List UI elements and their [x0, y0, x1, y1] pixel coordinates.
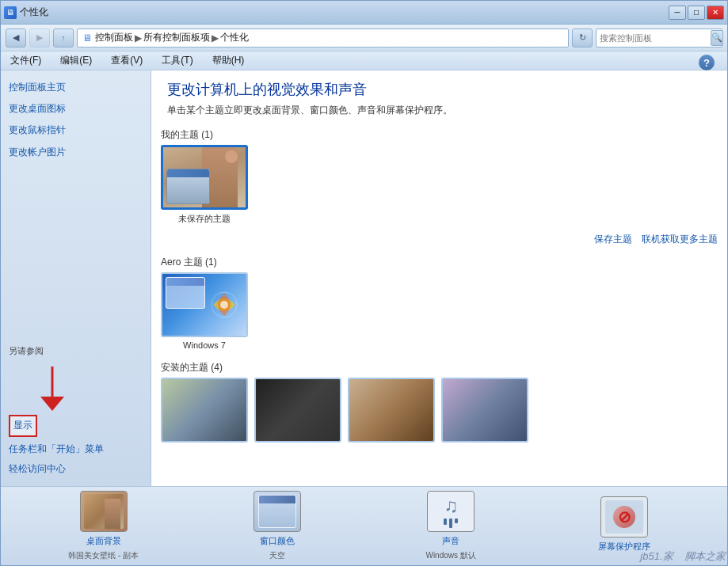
path-segment-3[interactable]: 个性化 — [220, 31, 249, 44]
sidebar-link-accessibility[interactable]: 轻松访问中心 — [9, 462, 143, 477]
installed-img-4 — [443, 379, 527, 441]
no-icon: ⊘ — [618, 507, 631, 526]
save-theme-link[interactable]: 保存主题 — [594, 233, 632, 246]
path-segment-2[interactable]: 所有控制面板项 — [143, 31, 210, 44]
screensaver-item[interactable]: ⊘ 屏幕保护程序 — [585, 496, 664, 556]
installed-themes-title: 安装的主题 (4) — [161, 356, 718, 378]
path-sep-1: ▶ — [135, 32, 142, 44]
search-box[interactable]: 🔍 — [596, 28, 722, 47]
installed-thumbnail-3[interactable] — [348, 378, 435, 443]
sound-sublabel: Windows 默认 — [425, 550, 475, 561]
refresh-button[interactable]: ↻ — [572, 28, 593, 47]
back-button[interactable]: ◀ — [6, 28, 26, 47]
watermark-text: jb51.家 脚本之家 — [640, 550, 726, 562]
installed-theme-2[interactable] — [254, 378, 341, 443]
path-sep-2: ▶ — [212, 32, 219, 44]
installed-thumbnail-1[interactable] — [161, 378, 248, 443]
my-theme-thumbnail[interactable] — [161, 145, 248, 210]
sidebar-link-account-pic[interactable]: 更改帐户图片 — [9, 145, 143, 160]
content-header: 更改计算机上的视觉效果和声音 单击某个主题立即更改桌面背景、窗口颜色、声音和屏幕… — [151, 70, 727, 123]
screensaver-icon[interactable]: ⊘ — [600, 496, 648, 538]
sidebar-link-display[interactable]: 显示 — [13, 420, 32, 431]
sound-item[interactable]: ♫ 声音 Windows 默认 — [411, 491, 490, 561]
titlebar-controls: ─ □ ✕ — [669, 6, 724, 20]
window-color-sublabel: 天空 — [269, 550, 285, 561]
content-title: 更改计算机上的视觉效果和声音 — [167, 80, 711, 99]
titlebar-left: 🖥 个性化 — [4, 6, 48, 19]
installed-img-1 — [162, 379, 246, 441]
bar2 — [449, 519, 452, 528]
installed-themes-grid — [161, 378, 718, 449]
my-theme-label: 未保存的主题 — [178, 213, 231, 225]
aero-theme-item[interactable]: Windows 7 — [161, 272, 248, 350]
svg-point-3 — [220, 301, 228, 309]
sidebar: 控制面板主页 更改桌面图标 更改鼠标指针 更改帐户图片 另请参阅 显示 — [1, 70, 151, 486]
sidebar-link-mouse[interactable]: 更改鼠标指针 — [9, 123, 143, 138]
no-symbol: ⊘ — [613, 506, 635, 528]
installed-thumbnail-4[interactable] — [441, 378, 528, 443]
window-title: 个性化 — [20, 6, 48, 19]
sidebar-link-desktop-icons[interactable]: 更改桌面图标 — [9, 101, 143, 116]
wallpaper-figure — [105, 499, 120, 529]
wallpaper-label: 桌面背景 — [86, 535, 121, 547]
menu-file[interactable]: 文件(F) — [7, 52, 44, 69]
menubar: 文件(F) 编辑(E) 查看(V) 工具(T) 帮助(H) — [1, 51, 727, 70]
w7-window-titlebar — [166, 278, 204, 286]
installed-theme-1[interactable] — [161, 378, 248, 443]
sound-label: 声音 — [442, 535, 459, 547]
wallpaper-preview — [84, 494, 124, 529]
search-input[interactable] — [600, 33, 709, 43]
window-color-label: 窗口颜色 — [260, 535, 295, 547]
aero-theme-label: Windows 7 — [183, 340, 226, 350]
highlighted-display-link[interactable]: 显示 — [9, 415, 37, 436]
minimize-button[interactable]: ─ — [669, 6, 686, 20]
menu-edit[interactable]: 编辑(E) — [57, 52, 95, 69]
forward-button[interactable]: ▶ — [29, 28, 50, 47]
get-more-themes-link[interactable]: 联机获取更多主题 — [642, 233, 718, 246]
sidebar-link-home[interactable]: 控制面板主页 — [9, 80, 143, 95]
menu-view[interactable]: 查看(V) — [108, 52, 146, 69]
close-button[interactable]: ✕ — [707, 6, 724, 20]
sidebar-link-taskbar[interactable]: 任务栏和「开始」菜单 — [9, 442, 143, 457]
path-segment-1[interactable]: 控制面板 — [95, 31, 133, 44]
sound-icon[interactable]: ♫ — [427, 491, 475, 532]
aero-theme-thumbnail[interactable] — [161, 272, 248, 337]
inner-window-titlebar — [167, 169, 209, 177]
installed-theme-4[interactable] — [441, 378, 528, 443]
inner-window — [166, 169, 210, 204]
aero-themes-grid: Windows 7 — [161, 272, 718, 356]
aero-themes-title: Aero 主题 (1) — [161, 251, 718, 272]
window-color-icon[interactable] — [253, 491, 301, 532]
w7-logo — [208, 289, 240, 321]
up-button[interactable]: ↑ — [53, 28, 74, 47]
window: 🖥 个性化 ─ □ ✕ ◀ ▶ ↑ 🖥 控制面板 ▶ 所有控制面板项 ▶ 个性化… — [0, 0, 728, 566]
content-subtitle: 单击某个主题立即更改桌面背景、窗口颜色、声音和屏幕保护程序。 — [167, 104, 711, 117]
my-themes-grid: 未保存的主题 — [161, 145, 718, 231]
installed-img-3 — [349, 379, 433, 441]
search-button[interactable]: 🔍 — [711, 30, 723, 46]
menu-tools[interactable]: 工具(T) — [158, 52, 196, 69]
installed-theme-3[interactable] — [348, 378, 435, 443]
w7-theme-image — [162, 274, 246, 336]
window-color-titlebar — [259, 496, 295, 503]
installed-thumbnail-2[interactable] — [254, 378, 341, 443]
maximize-button[interactable]: □ — [688, 6, 705, 20]
wallpaper-item[interactable]: 桌面背景 韩国美女壁纸 - 副本 — [64, 491, 143, 561]
arrow-wrapper — [32, 365, 72, 415]
my-theme-item[interactable]: 未保存的主题 — [161, 145, 248, 225]
sound-notes: ♫ — [444, 495, 458, 528]
window-color-preview — [258, 495, 296, 528]
menu-help[interactable]: 帮助(H) — [209, 52, 248, 69]
arrow-section: 显示 — [9, 365, 143, 436]
path-icon: 🖥 — [82, 32, 92, 44]
theme-area[interactable]: 我的主题 (1) — [151, 123, 727, 486]
window-color-item[interactable]: 窗口颜色 天空 — [238, 491, 317, 561]
main-area: 控制面板主页 更改桌面图标 更改鼠标指针 更改帐户图片 另请参阅 显示 — [1, 70, 727, 486]
address-path[interactable]: 🖥 控制面板 ▶ 所有控制面板项 ▶ 个性化 — [77, 28, 569, 47]
wallpaper-inner — [84, 494, 124, 529]
bottom-bar: 桌面背景 韩国美女壁纸 - 副本 窗口颜色 天空 ♫ — [1, 486, 727, 565]
addressbar: ◀ ▶ ↑ 🖥 控制面板 ▶ 所有控制面板项 ▶ 个性化 ↻ 🔍 — [1, 25, 727, 51]
wallpaper-icon[interactable] — [80, 491, 128, 532]
screensaver-preview: ⊘ — [605, 500, 643, 534]
down-arrow-icon — [32, 365, 72, 412]
